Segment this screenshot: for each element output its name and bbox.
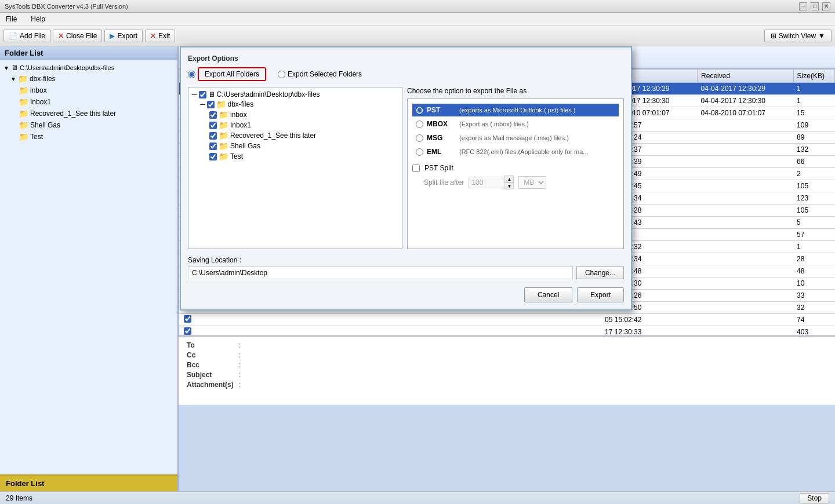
- dtree-checkbox[interactable]: [209, 132, 217, 140]
- maximize-button[interactable]: □: [811, 2, 819, 10]
- radio-all-folders[interactable]: Export All Folders: [188, 67, 266, 81]
- dtree-checkbox[interactable]: [207, 101, 215, 108]
- pst-split-checkbox[interactable]: [412, 165, 420, 172]
- split-value-input[interactable]: [469, 177, 503, 188]
- menu-file[interactable]: File: [3, 14, 19, 24]
- switch-view-button[interactable]: ⊞ Switch View ▼: [764, 30, 832, 42]
- dtree-item-dbx[interactable]: ─ 📁 dbx-files: [191, 99, 400, 109]
- row-size: 1: [793, 95, 834, 107]
- export-button[interactable]: ▶ Export: [104, 30, 143, 42]
- saving-path-input[interactable]: [188, 266, 573, 279]
- pc-icon: 🖥: [11, 64, 18, 72]
- pst-split-label: PST Split: [424, 164, 453, 172]
- window-controls: ─ □ ✕: [799, 2, 830, 10]
- col-received[interactable]: Received: [698, 70, 794, 83]
- stop-button[interactable]: Stop: [800, 493, 829, 503]
- format-desc-mbox: (Export as (.mbox) files.): [459, 120, 529, 127]
- cc-label: Cc: [187, 351, 239, 359]
- format-desc-pst: (exports as Microsoft Outlook (.pst) fil…: [459, 107, 576, 114]
- folder-icon: 📁: [19, 97, 28, 107]
- format-name-msg: MSG: [427, 134, 456, 142]
- format-msg[interactable]: MSG (exports as Mail message (.msg) file…: [412, 132, 619, 144]
- format-mbox[interactable]: MBOX (Export as (.mbox) files.): [412, 118, 619, 130]
- change-button[interactable]: Change...: [576, 266, 624, 279]
- dtree-checkbox[interactable]: [199, 91, 206, 98]
- radio-selected-folders[interactable]: Export Selected Folders: [278, 67, 362, 81]
- menu-help[interactable]: Help: [28, 14, 48, 24]
- dtree-item-inbox[interactable]: 📁 inbox: [191, 109, 400, 120]
- add-file-icon: 📄: [9, 32, 17, 40]
- export-dialog-button[interactable]: Export: [577, 287, 624, 302]
- attachment-label: Attachment(s): [187, 381, 239, 389]
- folder-icon: 📁: [219, 141, 228, 151]
- radio-all-label[interactable]: Export All Folders: [198, 67, 266, 81]
- dtree-label: dbx-files: [228, 100, 254, 108]
- split-up-button[interactable]: ▲: [504, 176, 514, 182]
- dtree-checkbox[interactable]: [209, 111, 217, 119]
- format-eml-radio[interactable]: [416, 148, 423, 156]
- dtree-item-inbox1[interactable]: 📁 Inbox1: [191, 120, 400, 130]
- split-unit-select[interactable]: MB GB: [518, 176, 546, 189]
- sidebar-item-test[interactable]: 📁 Test: [2, 131, 175, 143]
- table-row[interactable]: 05 15:02:4274: [179, 314, 835, 326]
- format-desc-msg: (exports as Mail message (.msg) files.): [459, 134, 569, 141]
- path-icon: 🖥: [208, 90, 215, 98]
- add-file-button[interactable]: 📄 Add File: [3, 30, 50, 42]
- radio-selected-input[interactable]: [278, 71, 285, 78]
- title-bar: SysTools DBX Converter v4.3 (Full Versio…: [0, 0, 835, 13]
- split-down-button[interactable]: ▼: [504, 182, 514, 189]
- radio-selected-label[interactable]: Export Selected Folders: [288, 70, 362, 78]
- dtree-label: Recovered_1_See this later: [230, 132, 316, 140]
- dtree-item-root[interactable]: ─ 🖥 C:\Users\admin\Desktop\dbx-files: [191, 90, 400, 99]
- inbox-label: inbox: [30, 86, 47, 94]
- radio-all-input[interactable]: [188, 71, 195, 78]
- col-size[interactable]: Size(KB): [793, 70, 834, 83]
- dtree-label: Test: [230, 152, 243, 160]
- folder-icon: 📁: [219, 120, 228, 130]
- row-size: 1: [793, 83, 834, 95]
- export-icon: ▶: [110, 32, 115, 40]
- folder-tree-panel[interactable]: ─ 🖥 C:\Users\admin\Desktop\dbx-files ─ 📁…: [188, 87, 402, 249]
- folder-icon: 📁: [19, 132, 28, 141]
- dtree-item-test[interactable]: 📁 Test: [191, 151, 400, 162]
- dtree-checkbox[interactable]: [209, 143, 217, 150]
- choose-label: Choose the option to export the File as: [407, 87, 624, 95]
- dtree-checkbox[interactable]: [209, 122, 217, 129]
- format-pst[interactable]: PST (exports as Microsoft Outlook (.pst)…: [412, 104, 619, 116]
- preview-attachment-row: Attachment(s) :: [187, 381, 827, 389]
- exit-button[interactable]: ✕ Exit: [145, 30, 175, 42]
- toolbar-right: ⊞ Switch View ▼: [764, 30, 832, 42]
- format-mbox-radio[interactable]: [416, 120, 423, 128]
- split-spinners[interactable]: ▲ ▼: [504, 176, 514, 189]
- sidebar-item-inbox1[interactable]: 📁 Inbox1: [2, 96, 175, 108]
- sidebar-item-recovered[interactable]: 📁 Recovered_1_See this later: [2, 108, 175, 119]
- radio-selected-text: Export Selected Folders: [288, 70, 362, 78]
- dtree-item-shell[interactable]: 📁 Shell Gas: [191, 141, 400, 151]
- cancel-button[interactable]: Cancel: [524, 287, 572, 302]
- format-section: Choose the option to export the File as …: [407, 87, 624, 249]
- format-msg-radio[interactable]: [416, 134, 423, 142]
- toolbar: 📄 Add File ✕ Close File ▶ Export ✕ Exit …: [0, 25, 835, 46]
- row-received: 04-04-2017 12:30:29: [698, 83, 794, 95]
- subject-label: Subject: [187, 371, 239, 379]
- folder-list-tab[interactable]: Folder List: [0, 474, 177, 491]
- close-file-button[interactable]: ✕ Close File: [53, 30, 102, 42]
- format-eml[interactable]: EML (RFC 822(.eml) files.(Applicable onl…: [412, 145, 619, 158]
- dtree-item-recovered[interactable]: 📁 Recovered_1_See this later: [191, 130, 400, 141]
- close-button[interactable]: ✕: [822, 2, 830, 10]
- sidebar-item-dbx-files[interactable]: ▼ 📁 dbx-files: [2, 73, 175, 85]
- sidebar-item-shell-gas[interactable]: 📁 Shell Gas: [2, 119, 175, 131]
- dtree-checkbox[interactable]: [209, 153, 217, 160]
- sidebar-item-inbox[interactable]: 📁 inbox: [2, 85, 175, 96]
- table-row[interactable]: 17 12:30:33403: [179, 326, 835, 336]
- dbx-files-label: dbx-files: [30, 75, 56, 83]
- sidebar: Folder List ▼ 🖥 C:\Users\admin\Desktop\d…: [0, 46, 179, 491]
- folder-icon: 📁: [18, 74, 28, 83]
- expand-icon: ▼: [3, 65, 9, 71]
- minimize-button[interactable]: ─: [799, 2, 807, 10]
- sidebar-item-path[interactable]: ▼ 🖥 C:\Users\admin\Desktop\dbx-files: [2, 63, 175, 73]
- format-pst-radio[interactable]: [416, 107, 423, 114]
- bcc-label: Bcc: [187, 361, 239, 369]
- preview-cc-row: Cc :: [187, 351, 827, 359]
- dialog-columns: ─ 🖥 C:\Users\admin\Desktop\dbx-files ─ 📁…: [188, 87, 624, 249]
